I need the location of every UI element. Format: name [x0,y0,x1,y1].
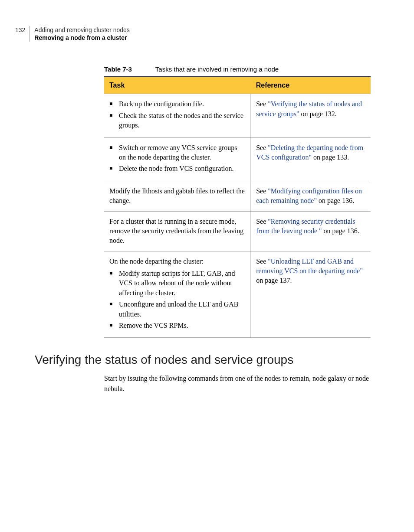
task-cell: Modify the llthosts and gabtab files to … [104,181,251,211]
reference-cell: See "Removing security credentials from … [251,211,371,251]
list-item: Back up the configuration file. [109,99,245,109]
table-row: Switch or remove any VCS service groups … [104,137,371,181]
reference-cell: See "Deleting the departing node from VC… [251,137,371,181]
table-row: On the node departing the cluster: Modif… [104,251,371,338]
ref-suffix: on page 132. [299,110,337,117]
list-item: Check the status of the nodes and the se… [109,111,245,131]
ref-suffix: on page 137. [256,277,292,284]
list-item: Unconfigure and unload the LLT and GAB u… [109,300,245,319]
page-header: 132 Adding and removing cluster nodes Re… [0,26,414,42]
table-label: Table 7-3 [104,65,132,73]
section-title: Removing a node from a cluster [34,34,129,42]
task-lead: On the node departing the cluster: [109,257,245,266]
tasks-table: Task Reference Back up the configuration… [104,76,371,338]
task-cell: For a cluster that is running in a secur… [104,211,251,251]
reference-cell: See "Unloading LLT and GAB and removing … [251,251,371,338]
ref-suffix: on page 133. [312,153,349,161]
section-heading: Verifying the status of nodes and servic… [0,353,414,367]
reference-cell: See "Modifying configuration files on ea… [251,181,371,211]
page-number: 132 [15,26,25,34]
list-item: Remove the VCS RPMs. [109,321,245,330]
task-cell: Back up the configuration file. Check th… [104,94,251,137]
header-text-block: Adding and removing cluster nodes Removi… [30,26,129,42]
reference-cell: See "Verifying the status of nodes and s… [251,94,371,137]
page: 132 Adding and removing cluster nodes Re… [0,0,414,532]
task-cell: On the node departing the cluster: Modif… [104,251,251,338]
ref-prefix: See [256,218,268,225]
table-row: For a cluster that is running in a secur… [104,211,371,251]
table-description: Tasks that are involved in removing a no… [155,65,279,73]
list-item: Delete the node from VCS configuration. [109,164,245,173]
ref-prefix: See [256,187,268,195]
column-header-reference: Reference [251,77,371,94]
list-item: Switch or remove any VCS service groups … [109,143,245,163]
chapter-title: Adding and removing cluster nodes [34,26,129,34]
table-block: Table 7-3 Tasks that are involved in rem… [0,65,414,338]
column-header-task: Task [104,77,251,94]
ref-prefix: See [256,100,268,108]
task-cell: Switch or remove any VCS service groups … [104,137,251,181]
ref-suffix: on page 136. [317,197,354,204]
ref-prefix: See [256,144,268,151]
section-body: Start by issuing the following commands … [0,373,414,393]
table-caption: Table 7-3 Tasks that are involved in rem… [104,65,371,73]
ref-prefix: See [256,258,268,265]
list-item: Modify startup scripts for LLT, GAB, and… [109,269,245,298]
ref-link[interactable]: "Unloading LLT and GAB and removing VCS … [256,258,363,274]
ref-suffix: on page 136. [322,227,359,235]
table-row: Back up the configuration file. Check th… [104,94,371,137]
table-row: Modify the llthosts and gabtab files to … [104,181,371,211]
